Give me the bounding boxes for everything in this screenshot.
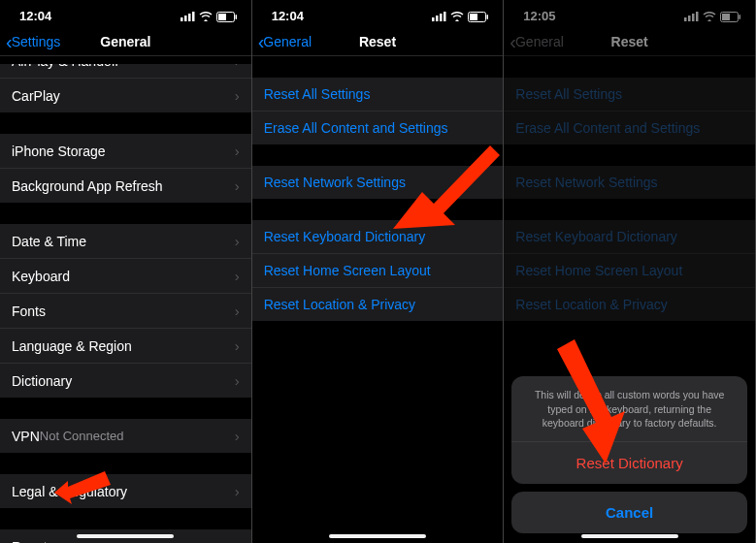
row-language[interactable]: Language & Region› (0, 329, 251, 364)
status-time: 12:04 (19, 9, 51, 23)
screen-general: 12:04 ‹ Settings General AirPlay & Hando… (0, 0, 252, 543)
content: Reset All Settings Erase All Content and… (252, 56, 504, 543)
signal-icon (181, 9, 195, 23)
svg-rect-2 (188, 14, 191, 21)
action-sheet: This will delete all custom words you ha… (511, 376, 747, 533)
back-button[interactable]: ‹ General (258, 32, 312, 51)
chevron-right-icon: › (235, 428, 240, 444)
wifi-icon (450, 9, 464, 23)
row-reset-home-layout[interactable]: Reset Home Screen Layout (252, 254, 504, 288)
row-vpn[interactable]: VPNNot Connected› (0, 419, 251, 453)
back-button[interactable]: ‹ Settings (6, 32, 60, 51)
back-label: Settings (12, 34, 61, 49)
row-storage[interactable]: iPhone Storage› (0, 134, 251, 169)
row-reset-keyboard-dict[interactable]: Reset Keyboard Dictionary (252, 220, 504, 254)
nav-bar: ‹ General Reset (252, 27, 504, 56)
svg-rect-10 (440, 14, 443, 21)
svg-rect-6 (235, 15, 237, 19)
nav-bar: ‹ Settings General (0, 27, 251, 56)
chevron-right-icon: › (235, 64, 240, 69)
status-time: 12:04 (272, 9, 304, 23)
sheet-message: This will delete all custom words you ha… (511, 376, 747, 442)
row-airplay[interactable]: AirPlay & Handoff› (0, 64, 251, 79)
reset-dictionary-button[interactable]: Reset Dictionary (511, 442, 747, 484)
chevron-right-icon: › (235, 87, 240, 104)
status-icons (432, 9, 489, 23)
svg-rect-14 (487, 15, 489, 19)
row-legal[interactable]: Legal & Regulatory› (0, 474, 251, 508)
chevron-right-icon: › (235, 177, 240, 194)
row-date-time[interactable]: Date & Time› (0, 224, 251, 259)
row-reset-location-privacy[interactable]: Reset Location & Privacy (252, 288, 504, 321)
content: AirPlay & Handoff› CarPlay› iPhone Stora… (0, 56, 251, 543)
row-background-refresh[interactable]: Background App Refresh› (0, 169, 251, 203)
status-bar: 12:04 (252, 0, 504, 27)
svg-rect-9 (436, 16, 439, 21)
svg-rect-3 (192, 12, 195, 21)
battery-icon (216, 9, 238, 23)
row-keyboard[interactable]: Keyboard› (0, 259, 251, 294)
row-reset-network[interactable]: Reset Network Settings (252, 166, 504, 199)
back-label: General (263, 34, 312, 49)
chevron-right-icon: › (235, 337, 240, 354)
chevron-right-icon: › (235, 143, 240, 159)
row-reset-all[interactable]: Reset All Settings (252, 78, 504, 112)
chevron-right-icon: › (235, 538, 240, 543)
row-fonts[interactable]: Fonts› (0, 294, 251, 329)
home-indicator[interactable] (77, 534, 174, 538)
action-sheet-overlay: This will delete all custom words you ha… (504, 0, 755, 543)
row-dictionary[interactable]: Dictionary› (0, 364, 251, 398)
svg-rect-11 (444, 12, 446, 21)
row-carplay[interactable]: CarPlay› (0, 79, 251, 112)
home-indicator[interactable] (581, 534, 678, 538)
battery-icon (468, 9, 489, 23)
row-erase-all[interactable]: Erase All Content and Settings (252, 112, 504, 144)
screen-reset-confirm: 12:05 ‹ General Reset Reset All Settings… (504, 0, 756, 543)
svg-rect-0 (181, 17, 183, 21)
chevron-right-icon: › (235, 483, 240, 499)
page-title: Reset (359, 34, 396, 49)
cancel-button[interactable]: Cancel (511, 492, 747, 533)
home-indicator[interactable] (329, 534, 426, 538)
svg-rect-1 (184, 16, 187, 21)
chevron-right-icon: › (235, 303, 240, 319)
page-title: General (100, 34, 150, 49)
chevron-right-icon: › (235, 372, 240, 389)
svg-rect-8 (432, 17, 435, 21)
signal-icon (432, 9, 446, 23)
chevron-right-icon: › (235, 233, 240, 249)
status-bar: 12:04 (0, 0, 251, 27)
vpn-status: Not Connected (40, 429, 124, 443)
wifi-icon (199, 9, 213, 23)
screen-reset: 12:04 ‹ General Reset Reset All Settings… (252, 0, 505, 543)
svg-rect-5 (218, 14, 226, 20)
svg-rect-13 (470, 14, 477, 20)
status-icons (181, 9, 238, 23)
chevron-right-icon: › (235, 268, 240, 284)
